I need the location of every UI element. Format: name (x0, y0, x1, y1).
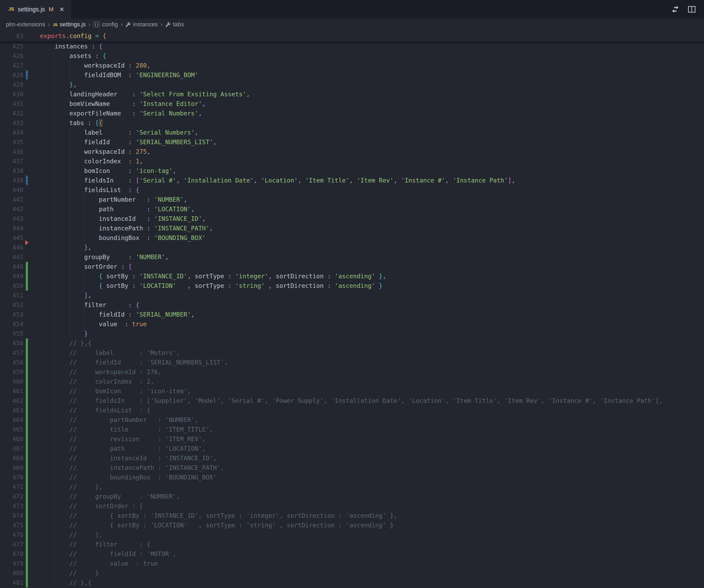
code-line[interactable]: 435 fieldId : 'SERIAL_NUMBERS_LIST', (0, 137, 704, 147)
breadcrumb-item-instances[interactable]: instances (125, 21, 158, 28)
code-line[interactable]: 426 assets : { (0, 51, 704, 61)
line-number[interactable]: 456 (0, 339, 23, 348)
code-line[interactable]: 432 exportFileName : 'Serial Numbers', (0, 109, 704, 118)
breadcrumb-item-tabs[interactable]: tabs (165, 21, 184, 28)
line-number[interactable]: 440 (0, 185, 23, 195)
line-number[interactable]: 445 (0, 233, 23, 243)
code-line[interactable]: 470 // boundingBox : 'BOUNDING_BOX' (0, 473, 704, 482)
breadcrumb-item-settings-js[interactable]: JSsettings.js (53, 21, 86, 28)
line-number[interactable]: 431 (0, 99, 23, 109)
code-line[interactable]: 447 groupBy : 'NUMBER', (0, 252, 704, 262)
code-line[interactable]: 429 }, (0, 80, 704, 90)
line-number[interactable]: 481 (0, 578, 23, 587)
code-line[interactable]: 479 // value : true (0, 559, 704, 568)
line-number[interactable]: 468 (0, 453, 23, 463)
line-number[interactable]: 462 (0, 396, 23, 406)
line-number[interactable]: 474 (0, 511, 23, 520)
code-line[interactable]: 469 // instancePath : 'INSTANCE_PATH', (0, 463, 704, 473)
line-number[interactable]: 434 (0, 128, 23, 137)
line-number[interactable]: 436 (0, 147, 23, 157)
code-line[interactable]: 456 // },{ (0, 339, 704, 348)
code-line[interactable]: 465 // title : 'ITEM_TITLE', (0, 425, 704, 434)
line-number[interactable]: 442 (0, 204, 23, 214)
code-line[interactable]: 475 // { sortBy : 'LOCATION' , sortType … (0, 520, 704, 530)
code-line[interactable]: 478 // fieldId : 'MOTOR', (0, 549, 704, 559)
code-line[interactable]: 461 // bomIcon : 'icon-item', (0, 386, 704, 396)
line-number[interactable]: 475 (0, 520, 23, 530)
line-number[interactable]: 432 (0, 109, 23, 118)
code-line[interactable]: 472 // groupBy : 'NUMBER', (0, 492, 704, 501)
line-number[interactable]: 447 (0, 252, 23, 262)
code-editor[interactable]: 425 instances : {426 assets : {427 works… (0, 42, 704, 587)
line-number[interactable]: 452 (0, 300, 23, 310)
code-line[interactable]: 445 boundingBox : 'BOUNDING_BOX' (0, 233, 704, 243)
line-number[interactable]: 428 (0, 70, 23, 80)
code-line[interactable]: 427 workspaceId : 280, (0, 61, 704, 70)
line-number[interactable]: 473 (0, 501, 23, 511)
code-line[interactable]: 434 label : 'Serial Numbers', (0, 128, 704, 137)
code-line[interactable]: 464 // partNumber : 'NUMBER', (0, 415, 704, 425)
line-number[interactable]: 466 (0, 434, 23, 444)
code-line[interactable]: 443 instanceId : 'INSTANCE_ID', (0, 214, 704, 224)
line-number[interactable]: 465 (0, 425, 23, 434)
line-number[interactable]: 471 (0, 482, 23, 492)
line-number[interactable]: 457 (0, 348, 23, 358)
code-line[interactable]: 474 // { sortBy : 'INSTANCE_ID', sortTyp… (0, 511, 704, 520)
code-line[interactable]: 446 }, (0, 243, 704, 252)
line-number[interactable]: 472 (0, 492, 23, 501)
line-number[interactable]: 426 (0, 51, 23, 61)
code-line[interactable]: 448 sortOrder : [ (0, 262, 704, 272)
line-number[interactable]: 430 (0, 90, 23, 99)
code-line[interactable]: 433 tabs : [{ (0, 118, 704, 128)
code-line[interactable]: 462 // fieldsIn : ['Supplier', 'Model', … (0, 396, 704, 406)
line-number[interactable]: 476 (0, 530, 23, 540)
line-number[interactable]: 463 (0, 406, 23, 415)
code-line[interactable]: 453 fieldId : 'SERIAL_NUMBER', (0, 310, 704, 319)
line-number[interactable]: 439 (0, 176, 23, 185)
code-line[interactable]: 440 fieldsList : { (0, 185, 704, 195)
line-number[interactable]: 443 (0, 214, 23, 224)
code-line[interactable]: 436 workspaceId : 275, (0, 147, 704, 157)
line-number[interactable]: 460 (0, 377, 23, 386)
line-number[interactable]: 448 (0, 262, 23, 272)
line-number[interactable]: 433 (0, 118, 23, 128)
line-number[interactable]: 441 (0, 195, 23, 204)
code-line[interactable]: 460 // colorIndex : 2, (0, 377, 704, 386)
code-line[interactable]: 452 filter : { (0, 300, 704, 310)
code-line[interactable]: 425 instances : { (0, 42, 704, 51)
line-number[interactable]: 83 (0, 30, 23, 42)
line-number[interactable]: 454 (0, 319, 23, 329)
code-line[interactable]: 458 // fieldId : 'SERIAL_NUMBERS_LIST', (0, 358, 704, 367)
open-changes-icon[interactable] (671, 5, 680, 13)
code-line[interactable]: 480 // } (0, 568, 704, 578)
line-number[interactable]: 461 (0, 386, 23, 396)
code-line[interactable]: 428 fieldIdBOM : 'ENGINEERING_BOM' (0, 70, 704, 80)
line-number[interactable]: 470 (0, 473, 23, 482)
code-line[interactable]: 449 { sortBy : 'INSTANCE_ID', sortType :… (0, 272, 704, 281)
code-line[interactable]: 444 instancePath : 'INSTANCE_PATH', (0, 224, 704, 233)
code-line[interactable]: 450 { sortBy : 'LOCATION' , sortType : '… (0, 281, 704, 291)
code-line[interactable]: 437 colorIndex : 1, (0, 157, 704, 166)
line-number[interactable]: 480 (0, 568, 23, 578)
line-number[interactable]: 450 (0, 281, 23, 291)
line-number[interactable]: 455 (0, 329, 23, 339)
code-line[interactable]: 463 // fieldsList : { (0, 406, 704, 415)
line-number[interactable]: 427 (0, 61, 23, 70)
code-line[interactable]: 473 // sortOrder : [ (0, 501, 704, 511)
line-number[interactable]: 435 (0, 137, 23, 147)
code-line[interactable]: 457 // label : 'Motors', (0, 348, 704, 358)
line-number[interactable]: 453 (0, 310, 23, 319)
split-editor-icon[interactable] (688, 5, 696, 13)
code-line[interactable]: 438 bomIcon : 'icon-tag', (0, 166, 704, 176)
line-number[interactable]: 429 (0, 80, 23, 90)
line-number[interactable]: 458 (0, 358, 23, 367)
line-number[interactable]: 478 (0, 549, 23, 559)
line-number[interactable]: 438 (0, 166, 23, 176)
line-number[interactable]: 446 (0, 243, 23, 252)
line-number[interactable]: 459 (0, 367, 23, 377)
code-line[interactable]: 481 // },{ (0, 578, 704, 587)
line-number[interactable]: 467 (0, 444, 23, 453)
line-number[interactable]: 425 (0, 42, 23, 51)
sticky-line[interactable]: 83exports.config = { (0, 30, 704, 42)
close-tab-icon[interactable]: × (59, 5, 64, 13)
